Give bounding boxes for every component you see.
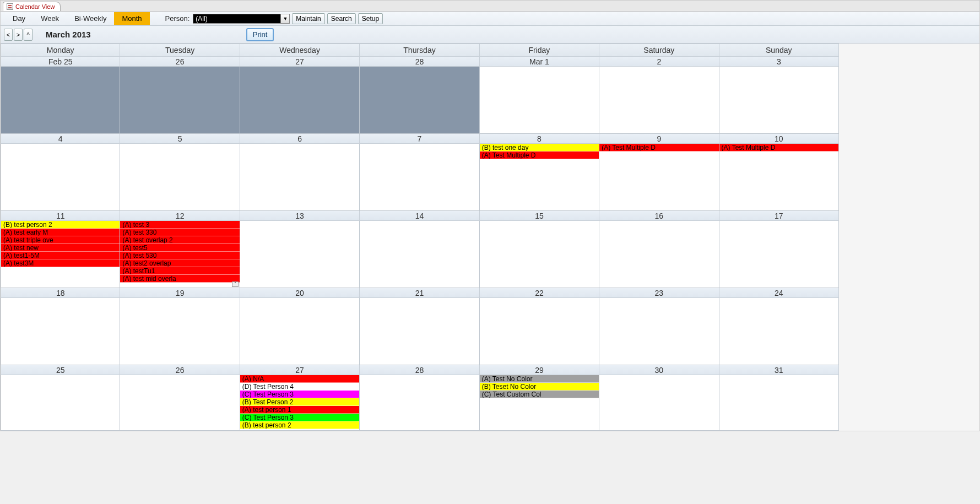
calendar-event[interactable]: (C) Test Person 3 (240, 391, 359, 398)
view-btn-month[interactable]: Month (114, 12, 149, 25)
view-btn-day[interactable]: Day (5, 12, 33, 25)
person-input[interactable] (193, 14, 281, 24)
date-cell[interactable]: 7 (360, 134, 479, 144)
calendar-event[interactable]: (A) test5 (120, 244, 239, 252)
calendar-event[interactable]: (A) test 530 (120, 252, 239, 259)
calendar-event[interactable]: (A) test new (1, 244, 120, 252)
calendar-event[interactable]: (A) test1-5M (1, 252, 120, 259)
day-cell[interactable] (1, 144, 120, 211)
day-cell[interactable] (360, 221, 479, 288)
view-btn-week[interactable]: Week (33, 12, 67, 25)
calendar-event[interactable]: (C) Test Custom Col (480, 391, 599, 398)
date-cell[interactable]: 16 (599, 211, 719, 221)
day-cell[interactable] (719, 375, 839, 431)
calendar-event[interactable]: (A) test person 1 (240, 406, 359, 414)
day-cell[interactable] (120, 67, 240, 134)
date-cell[interactable]: 25 (1, 365, 120, 375)
maintain-button[interactable]: Maintain (292, 13, 324, 24)
date-cell[interactable]: 3 (719, 57, 839, 67)
day-cell[interactable]: (B) test person 2(A) test early M(A) tes… (1, 221, 120, 288)
day-cell[interactable] (360, 298, 479, 365)
day-cell[interactable]: (A) N/A(D) Test Person 4(C) Test Person … (240, 375, 360, 431)
day-cell[interactable] (719, 221, 839, 288)
day-cell[interactable] (599, 221, 719, 288)
calendar-event[interactable]: (A) test3M (1, 259, 120, 267)
day-cell[interactable]: (A) Test No Color(B) Teset No Color(C) T… (480, 375, 599, 431)
day-cell[interactable] (240, 298, 360, 365)
calendar-event[interactable]: (A) Test Multiple D (719, 144, 838, 151)
print-button[interactable]: Print (246, 28, 274, 41)
day-cell[interactable] (240, 221, 360, 288)
date-cell[interactable]: 2 (599, 57, 719, 67)
date-cell[interactable]: 28 (360, 57, 479, 67)
day-cell[interactable] (360, 144, 479, 211)
more-events-arrow-icon[interactable]: ˄ (232, 281, 239, 287)
calendar-event[interactable]: (A) testTu1 (120, 267, 239, 275)
date-cell[interactable]: 11 (1, 211, 120, 221)
day-cell[interactable] (240, 144, 360, 211)
date-cell[interactable]: 14 (360, 211, 479, 221)
calendar-event[interactable]: (B) test one day (480, 144, 599, 151)
date-cell[interactable]: 20 (240, 288, 360, 298)
date-cell[interactable]: Feb 25 (1, 57, 120, 67)
calendar-event[interactable]: (B) Teset No Color (480, 383, 599, 391)
date-cell[interactable]: 26 (120, 365, 240, 375)
view-btn-bi-weekly[interactable]: Bi-Weekly (67, 12, 114, 25)
calendar-event[interactable]: (A) Test Multiple D (599, 144, 718, 151)
day-cell[interactable]: (B) test one day(A) Test Multiple D (480, 144, 599, 211)
calendar-event[interactable]: (A) test early M (1, 229, 120, 236)
date-cell[interactable]: 8 (480, 134, 599, 144)
up-button[interactable]: ^ (24, 29, 33, 41)
date-cell[interactable]: 4 (1, 134, 120, 144)
date-cell[interactable]: 19 (120, 288, 240, 298)
date-cell[interactable]: 26 (120, 57, 240, 67)
day-cell[interactable] (719, 298, 839, 365)
calendar-event[interactable]: (A) test triple ove (1, 236, 120, 244)
day-cell[interactable] (480, 221, 599, 288)
day-cell[interactable] (480, 298, 599, 365)
day-cell[interactable] (240, 67, 360, 134)
date-cell[interactable]: 23 (599, 288, 719, 298)
calendar-event[interactable]: (A) Test Multiple D (480, 151, 599, 159)
calendar-event[interactable]: (A) test 3 (120, 221, 239, 229)
calendar-event[interactable]: (C) Test Person 3 (240, 414, 359, 421)
date-cell[interactable]: 12 (120, 211, 240, 221)
search-button[interactable]: Search (327, 13, 356, 24)
date-cell[interactable]: 15 (480, 211, 599, 221)
calendar-event[interactable]: (A) Test No Color (480, 375, 599, 383)
date-cell[interactable]: 24 (719, 288, 839, 298)
date-cell[interactable]: 30 (599, 365, 719, 375)
date-cell[interactable]: 29 (480, 365, 599, 375)
date-cell[interactable]: 13 (240, 211, 360, 221)
calendar-event[interactable]: (A) test overlap 2 (120, 236, 239, 244)
date-cell[interactable]: Mar 1 (480, 57, 599, 67)
date-cell[interactable]: 27 (240, 365, 360, 375)
day-cell[interactable] (480, 67, 599, 134)
person-dropdown-button[interactable]: ▼ (281, 14, 290, 24)
calendar-event[interactable]: (A) test 330 (120, 229, 239, 236)
day-cell[interactable]: (A) Test Multiple D (719, 144, 839, 211)
prev-button[interactable]: < (4, 29, 13, 41)
calendar-event[interactable]: (D) Test Person 4 (240, 383, 359, 391)
date-cell[interactable]: 17 (719, 211, 839, 221)
date-cell[interactable]: 5 (120, 134, 240, 144)
date-cell[interactable]: 28 (360, 365, 479, 375)
day-cell[interactable] (1, 298, 120, 365)
day-cell[interactable] (360, 67, 479, 134)
setup-button[interactable]: Setup (358, 13, 383, 24)
calendar-event[interactable]: (B) test person 2 (1, 221, 120, 229)
day-cell[interactable] (360, 375, 479, 431)
calendar-event[interactable]: (A) test mid overla (120, 275, 239, 283)
date-cell[interactable]: 22 (480, 288, 599, 298)
calendar-event[interactable]: (A) test2 overlap (120, 259, 239, 267)
day-cell[interactable] (1, 375, 120, 431)
date-cell[interactable]: 27 (240, 57, 360, 67)
day-cell[interactable]: (A) Test Multiple D (599, 144, 719, 211)
date-cell[interactable]: 9 (599, 134, 719, 144)
calendar-event[interactable]: (B) test person 2 (240, 421, 359, 429)
next-button[interactable]: > (14, 29, 23, 41)
date-cell[interactable]: 21 (360, 288, 479, 298)
calendar-event[interactable]: (A) N/A (240, 375, 359, 383)
date-cell[interactable]: 10 (719, 134, 839, 144)
calendar-event[interactable]: (B) Test Person 2 (240, 398, 359, 406)
